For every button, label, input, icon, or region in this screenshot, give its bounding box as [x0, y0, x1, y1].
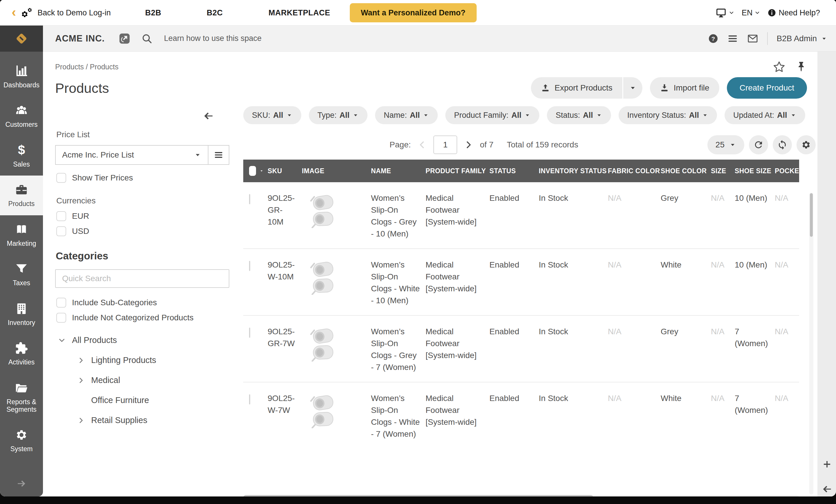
tree-node-lighting-products[interactable]: Lighting Products — [55, 355, 229, 365]
tree-node-medical[interactable]: Medical — [55, 375, 229, 385]
sidebar-item-inventory[interactable]: Inventory — [0, 294, 43, 334]
column-header-shoe-size[interactable]: SHOE SIZE — [735, 167, 775, 175]
help-icon[interactable] — [708, 33, 719, 44]
filter-pill-updated-at[interactable]: Updated At:All — [724, 106, 805, 124]
filter-pill-name[interactable]: Name:All — [375, 106, 438, 124]
filter-pill-type[interactable]: Type:All — [309, 106, 368, 124]
caret-down-icon[interactable] — [260, 168, 264, 174]
column-header-fabric-color[interactable]: FABRIC COLOR — [608, 167, 661, 175]
table-row[interactable]: 9OL25-GR-7W Women’s Slip-On Clogs - Grey… — [243, 315, 799, 382]
sidebar-item-customers[interactable]: Customers — [0, 96, 43, 136]
column-header-name[interactable]: NAME — [371, 167, 425, 175]
product-image — [309, 393, 341, 428]
hamburger-icon — [214, 150, 224, 160]
menu-icon[interactable] — [727, 33, 738, 44]
column-header-shoe-color[interactable]: SHOE COLOR — [661, 167, 711, 175]
vertical-scrollbar-thumb[interactable] — [810, 193, 813, 237]
next-page-chevron-icon[interactable] — [463, 140, 473, 150]
column-header-sku[interactable]: SKU — [268, 167, 302, 175]
filter-pill-inventory-status[interactable]: Inventory Status:All — [619, 106, 717, 124]
export-products-button[interactable]: Export Products — [531, 77, 622, 99]
sidebar-expand-button[interactable] — [0, 479, 43, 489]
back-to-demo-link[interactable]: Back to Demo Log-in — [37, 8, 111, 17]
sidebar-item-marketing[interactable]: Marketing — [0, 215, 43, 255]
language-selector[interactable]: EN — [742, 8, 760, 17]
column-header-size[interactable]: SIZE — [711, 167, 735, 175]
category-quick-search-input[interactable] — [55, 269, 229, 288]
mail-icon[interactable] — [747, 33, 759, 44]
table-row[interactable]: 9OL25-W-7W Women’s Slip-On Clogs - White… — [243, 382, 799, 449]
page-number-input[interactable] — [433, 136, 457, 154]
cell-shoe-size: 10 (Men) — [735, 192, 775, 204]
currency-usd-checkbox[interactable] — [56, 226, 66, 236]
horizontal-scrollbar-thumb[interactable] — [243, 495, 593, 497]
select-all-checkbox[interactable] — [249, 166, 256, 176]
row-checkbox[interactable] — [249, 194, 250, 204]
cell-status: Enabled — [489, 259, 539, 271]
org-logo[interactable] — [0, 25, 43, 52]
include-sub-categories-checkbox[interactable] — [56, 298, 66, 308]
export-options-caret-button[interactable] — [623, 77, 642, 99]
favorite-star-icon[interactable] — [773, 60, 785, 73]
nav-item-marketplace[interactable]: MARKETPLACE — [268, 0, 330, 25]
row-checkbox[interactable] — [249, 261, 250, 271]
sidebar-item-dashboards[interactable]: Dashboards — [0, 57, 43, 96]
filter-pill-status[interactable]: Status:All — [547, 106, 611, 124]
tree-node-retail-supplies[interactable]: Retail Supplies — [55, 415, 229, 425]
tree-spacer — [77, 396, 85, 404]
sidebar-item-taxes[interactable]: Taxes — [0, 255, 43, 294]
create-product-button[interactable]: Create Product — [727, 77, 807, 99]
personalized-demo-button[interactable]: Want a Personalized Demo? — [350, 3, 477, 22]
collapse-panel-button[interactable] — [203, 110, 214, 122]
column-header-inventory-status[interactable]: INVENTORY STATUS — [539, 167, 608, 175]
sync-icon — [777, 139, 787, 150]
column-header-image[interactable]: IMAGE — [302, 167, 371, 175]
caret-down-icon — [524, 112, 531, 118]
cell-status: Enabled — [489, 192, 539, 204]
sidebar-item-system[interactable]: System — [0, 421, 43, 460]
tree-node-office-furniture[interactable]: Office Furniture — [55, 395, 229, 405]
sidebar-item-products[interactable]: Products — [0, 176, 43, 215]
previous-page-chevron-icon[interactable] — [417, 140, 427, 150]
nav-item-b2b[interactable]: B2B — [145, 0, 162, 25]
vertical-scrollbar[interactable] — [809, 193, 813, 495]
row-checkbox[interactable] — [249, 328, 250, 338]
currency-eur-checkbox[interactable] — [56, 211, 66, 221]
filter-pill-sku[interactable]: SKU:All — [243, 106, 301, 124]
table-row[interactable]: 9OL25-W-10M Women’s Slip-On Clogs - Whit… — [243, 248, 799, 315]
external-link-icon[interactable] — [119, 33, 130, 44]
cell-size: N/A — [711, 259, 735, 271]
search-icon[interactable] — [141, 33, 152, 44]
sidebar-item-sales[interactable]: Sales — [0, 136, 43, 176]
sidebar-item-reports-segments[interactable]: Reports & Segments — [0, 374, 43, 421]
price-list-menu-button[interactable] — [208, 146, 229, 164]
device-switcher[interactable] — [716, 7, 734, 18]
zoom-in-button[interactable] — [821, 459, 833, 470]
tree-node-all-products[interactable]: All Products — [55, 335, 229, 345]
back-arrow-button[interactable] — [821, 484, 833, 495]
page-size-selector[interactable]: 25 — [707, 135, 744, 154]
grid-settings-button[interactable] — [797, 135, 816, 154]
cell-inventory-status: In Stock — [539, 259, 608, 271]
nav-item-b2c[interactable]: B2C — [207, 0, 223, 25]
row-checkbox[interactable] — [249, 394, 250, 405]
import-file-button[interactable]: Import file — [650, 77, 719, 99]
sidebar-item-activities[interactable]: Activities — [0, 334, 43, 373]
refresh-button[interactable] — [749, 135, 768, 154]
breadcrumb[interactable]: Products / Products — [55, 63, 118, 71]
user-menu[interactable]: B2B Admin — [777, 34, 827, 43]
refresh-icon — [753, 139, 764, 150]
horizontal-scrollbar[interactable] — [243, 495, 799, 497]
include-not-categorized-checkbox[interactable] — [56, 313, 66, 323]
column-header-pockets[interactable]: POCKETS — [775, 167, 799, 175]
need-help-link[interactable]: Need Help? — [767, 8, 820, 17]
pin-icon[interactable] — [795, 61, 807, 73]
reset-button[interactable] — [773, 135, 792, 154]
table-row[interactable]: 9OL25-GR-10M Women’s Slip-On Clogs - Gre… — [243, 182, 799, 248]
collapse-chevron-icon[interactable]: ‹ — [12, 5, 16, 19]
column-header-status[interactable]: STATUS — [489, 167, 539, 175]
filter-pill-product-family[interactable]: Product Family:All — [445, 106, 539, 124]
column-header-product-family[interactable]: PRODUCT FAMILY — [425, 167, 489, 175]
price-list-select[interactable]: Acme Inc. Price List — [56, 146, 208, 164]
show-tier-prices-checkbox[interactable] — [56, 173, 66, 183]
